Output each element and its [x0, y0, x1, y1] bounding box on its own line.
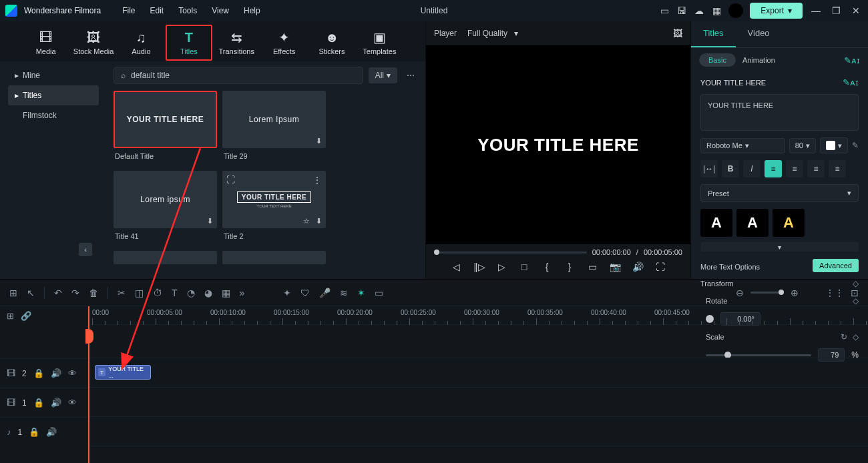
auto-icon[interactable]: ✦	[283, 288, 291, 298]
split-icon[interactable]: ✂	[118, 288, 126, 298]
prev-frame-button[interactable]: ◁	[451, 262, 461, 272]
play-button[interactable]: ▷	[496, 262, 507, 272]
close-button[interactable]: ✕	[849, 5, 863, 16]
italic-button[interactable]: I	[743, 160, 761, 177]
menu-help[interactable]: Help	[240, 3, 264, 18]
marker-icon[interactable]: 🛡	[300, 288, 310, 298]
undo-button[interactable]: ↶	[54, 288, 62, 298]
title-text-input[interactable]: YOUR TITLE HERE	[700, 94, 859, 131]
video-track-2[interactable]: T YOUR TITLE ...	[88, 358, 868, 388]
mute-icon[interactable]: 🔊	[51, 368, 61, 378]
more-tools-icon[interactable]: »	[240, 288, 245, 298]
tab-audio[interactable]: ♫ Audio	[118, 26, 164, 59]
preset-dropdown[interactable]: Preset ▾	[700, 184, 859, 202]
timeline-ruler[interactable]: 00:00 00:00:05:00 00:00:10:00 00:00:15:0…	[88, 306, 868, 325]
tab-templates[interactable]: ▣ Templates	[357, 26, 403, 59]
tab-transitions[interactable]: ⇆ Transitions	[214, 26, 260, 59]
favorite-icon[interactable]: ☆	[303, 217, 310, 225]
quality-dropdown[interactable]: Full Quality ▾	[467, 29, 518, 38]
crop-icon[interactable]: ◫	[135, 288, 144, 298]
zoom-slider[interactable]	[750, 292, 784, 294]
speed-icon[interactable]: ⏱	[153, 288, 162, 298]
search-box[interactable]: ⌕	[114, 67, 363, 84]
step-back-button[interactable]: ‖▷	[473, 262, 484, 272]
title-clip[interactable]: T YOUR TITLE ...	[95, 365, 151, 380]
filter-dropdown[interactable]: All ▾	[369, 67, 397, 83]
mute-icon[interactable]: 🔊	[51, 398, 61, 408]
scrubber-handle[interactable]	[434, 250, 439, 255]
advanced-button[interactable]: Advanced	[813, 259, 859, 272]
menu-view[interactable]: View	[208, 3, 233, 18]
video-track-1[interactable]	[88, 388, 868, 417]
sidebar-item-filmstock[interactable]: Filmstock	[8, 105, 99, 125]
pointer-tool-icon[interactable]: ↖	[27, 288, 35, 298]
display-mode-icon[interactable]: ▭	[587, 262, 598, 272]
lock-icon[interactable]: 🔒	[33, 398, 44, 408]
menu-edit[interactable]: Edit	[146, 3, 168, 18]
subtab-basic[interactable]: Basic	[699, 53, 736, 67]
align-left-button[interactable]: ≡	[765, 160, 782, 177]
fullscreen-icon[interactable]: ⛶	[655, 262, 666, 272]
preset-option[interactable]: A	[736, 209, 769, 237]
preset-option[interactable]: A	[773, 209, 805, 237]
inspector-tab-video[interactable]: Video	[736, 21, 782, 47]
sidebar-item-titles[interactable]: ▸ Titles	[8, 85, 99, 105]
ai-pen-icon[interactable]: ✎ᴀɪ	[843, 77, 859, 87]
menu-file[interactable]: File	[118, 3, 139, 18]
keyframe-icon[interactable]: ◇	[853, 279, 859, 288]
scrubber[interactable]	[434, 252, 587, 254]
more-options-button[interactable]: ⋯	[403, 67, 419, 83]
qr-icon[interactable]: ▦	[711, 5, 722, 16]
align-right-button[interactable]: ≡	[807, 160, 825, 177]
align-center-button[interactable]: ≡	[786, 160, 803, 177]
mixer-icon[interactable]: ≋	[340, 288, 348, 298]
subtab-animation[interactable]: Animation	[742, 56, 775, 64]
download-icon[interactable]: ⬇	[316, 217, 322, 225]
text-icon[interactable]: T	[172, 288, 178, 298]
menu-tools[interactable]: Tools	[174, 3, 201, 18]
font-family-dropdown[interactable]: Roboto Me▾	[700, 138, 785, 153]
title-thumb[interactable]: ⛶ ⋮ YOUR TITLE HERE YOUR TEXT HERE ☆ ⬇ T…	[222, 171, 326, 244]
download-icon[interactable]: ⬇	[207, 217, 213, 225]
maximize-button[interactable]: ❐	[829, 5, 843, 16]
tab-stock-media[interactable]: 🖼 Stock Media	[70, 26, 116, 59]
export-button[interactable]: Export ▾	[750, 3, 803, 19]
greenscreen-icon[interactable]: ◕	[204, 288, 212, 298]
mute-icon[interactable]: 🔊	[46, 427, 57, 437]
expand-icon[interactable]: ⛶	[226, 175, 235, 185]
stop-button[interactable]: □	[519, 262, 529, 272]
font-size-dropdown[interactable]: 80▾	[789, 138, 816, 153]
bold-button[interactable]: B	[722, 160, 739, 177]
minimize-button[interactable]: —	[809, 5, 823, 16]
eyedropper-icon[interactable]: ✎	[852, 141, 859, 150]
inspector-tab-titles[interactable]: Titles	[691, 21, 736, 47]
beat-icon[interactable]: ✶	[357, 288, 365, 298]
spacing-button[interactable]: |↔|	[700, 160, 718, 177]
mark-out-button[interactable]: }	[564, 262, 575, 272]
desktop-icon[interactable]: ▭	[659, 5, 670, 16]
mic-icon[interactable]: 🎤	[319, 288, 331, 298]
preview-canvas[interactable]: YOUR TITLE HERE	[426, 45, 690, 244]
track-settings-icon[interactable]: ⊞	[7, 311, 14, 321]
mask-icon[interactable]: ▦	[222, 288, 230, 298]
delete-button[interactable]: 🗑	[89, 288, 98, 298]
title-thumb[interactable]: Lorem Ipsum ⬇ Title 29	[222, 91, 326, 164]
zoom-handle[interactable]	[779, 290, 784, 295]
tab-media[interactable]: 🎞 Media	[23, 26, 69, 59]
lock-icon[interactable]: 🔒	[33, 368, 44, 378]
expand-presets-button[interactable]: ▾	[700, 242, 859, 252]
color-icon[interactable]: ◔	[187, 288, 195, 298]
title-thumb[interactable]: Lorem ipsum ⬇ Title 41	[114, 171, 217, 244]
search-input[interactable]	[131, 71, 356, 80]
select-tool-icon[interactable]: ⊞	[9, 288, 17, 298]
lock-icon[interactable]: 🔒	[29, 427, 39, 437]
redo-button[interactable]: ↷	[71, 288, 79, 298]
camera-icon[interactable]: 📷	[610, 262, 620, 272]
font-color-picker[interactable]: ▾	[820, 137, 848, 153]
title-thumb[interactable]	[114, 251, 217, 264]
cloud-icon[interactable]: ☁	[694, 5, 704, 16]
kebab-menu-icon[interactable]: ⋮	[312, 175, 322, 185]
volume-icon[interactable]: 🔊	[632, 262, 643, 272]
tab-titles[interactable]: T Titles	[166, 25, 212, 61]
title-thumb[interactable]: YOUR TITLE HERE Default Title	[114, 91, 217, 164]
